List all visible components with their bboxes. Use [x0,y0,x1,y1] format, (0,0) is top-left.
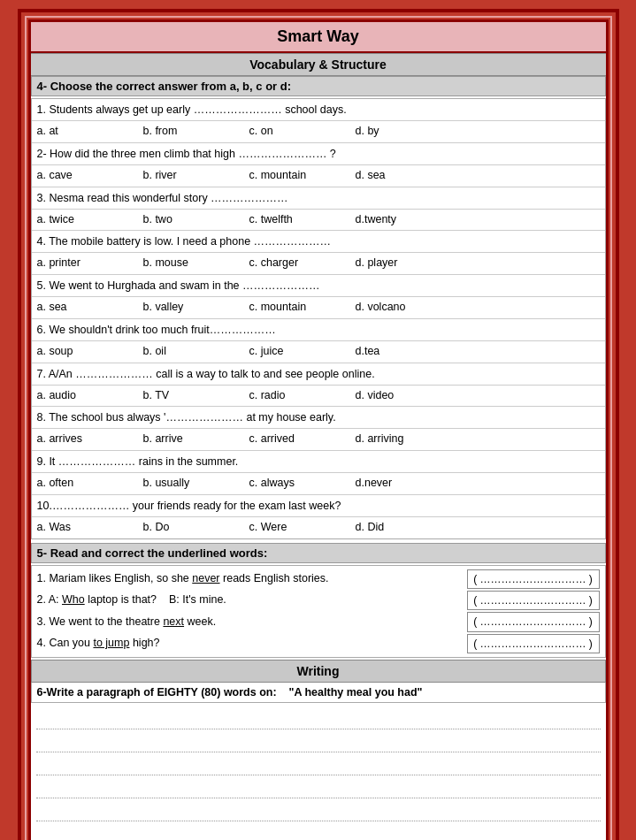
q3-opt-b: b. two [143,211,232,228]
underline-next: next [163,615,184,628]
read-row-1-blank: ( ………………………… ) [467,569,600,589]
q3-options: a. twice b. two c. twelfth d.twenty [32,209,605,231]
q6-opt-d: d.tea [356,343,444,360]
writing-line-2[interactable] [36,731,601,752]
q3-opt-a: a. twice [37,211,126,228]
q1-text: 1. Students always get up early ……………………… [32,99,605,120]
q7-options: a. audio b. TV c. radio d. video [32,385,605,407]
q1-opt-c: c. on [249,123,338,140]
q8-options: a. arrives b. arrive c. arrived d. arriv… [32,428,605,450]
q3-opt-d: d.twenty [356,211,444,228]
q9-opt-b: b. usually [143,475,232,492]
question-10: 10.………………… your friends ready for the ex… [32,494,605,538]
writing-line-6[interactable] [36,823,601,840]
q8-opt-d: d. arriving [356,431,444,447]
q8-text: 8. The school bus always '………………… at my … [32,407,605,428]
read-row-4: 4. Can you to jump high? ( ………………………… ) [37,633,600,654]
title-bar: Smart Way [31,22,606,53]
q5-opt-c: c. mountain [249,299,338,316]
writing-line-5[interactable] [36,800,601,821]
q2-options: a. cave b. river c. mountain d. sea [32,164,605,187]
q3-opt-c: c. twelfth [249,211,338,228]
question-2: 2- How did the three men climb that high… [32,142,605,187]
q5-options: a. sea b. valley c. mountain d. volcano [32,296,605,318]
q7-text: 7. A/An ………………… call is a way to talk to… [32,363,605,385]
read-row-4-text: 4. Can you to jump high? [37,634,467,653]
q9-opt-d: d.never [356,475,444,492]
q4-header: 4- Choose the correct answer from a, b, … [31,76,606,96]
q4-opt-a: a. printer [37,255,126,271]
q9-opt-c: c. always [249,475,338,492]
writing-line-4[interactable] [36,777,601,798]
questions-block: 1. Students always get up early ……………………… [31,98,606,539]
q3-text: 3. Nesma read this wonderful story ……………… [32,187,605,209]
q6-options: a. soup b. oil c. juice d.tea [32,340,605,363]
q2-opt-a: a. cave [37,167,126,184]
q1-options: a. at b. from c. on d. by [32,120,605,142]
question-5: 5. We went to Hurghada and swam in the …… [32,274,605,318]
read-row-1: 1. Mariam likes English, so she never re… [37,569,600,590]
read-row-3-text: 3. We went to the theatre next week. [37,613,467,631]
q9-opt-a: a. often [37,475,126,492]
q6-label: 6-Write a paragraph of EIGHTY (80) words… [37,686,277,699]
question-6: 6. We shouldn't drink too much fruit…………… [32,318,605,363]
page-wrapper: Smart Way Vocabulary & Structure 4- Choo… [18,9,619,840]
question-7: 7. A/An ………………… call is a way to talk to… [32,363,605,407]
page-title: Smart Way [277,27,358,45]
section2-header: 5- Read and correct the underlined words… [31,543,606,563]
read-row-2-blank: ( ………………………… ) [467,591,600,610]
question-1: 1. Students always get up early ……………………… [32,99,605,142]
q2-opt-b: b. river [143,167,232,184]
read-row-3: 3. We went to the theatre next week. ( …… [37,611,600,632]
writing-lines [31,703,606,840]
read-row-3-blank: ( ………………………… ) [467,612,600,631]
q9-options: a. often b. usually c. always d.never [32,472,605,494]
q7-opt-a: a. audio [37,387,126,404]
q10-opt-c: c. Were [249,519,338,536]
read-correct-block: 1. Mariam likes English, so she never re… [31,565,606,659]
q5-opt-a: a. sea [37,299,126,316]
q4-opt-b: b. mouse [143,255,232,271]
q7-opt-d: d. video [356,387,444,404]
writing-question: 6-Write a paragraph of EIGHTY (80) words… [31,683,606,703]
q10-opt-b: b. Do [143,519,232,536]
q6-opt-c: c. juice [249,343,338,360]
question-4: 4. The mobile battery is low. I need a p… [32,230,605,274]
q10-options: a. Was b. Do c. Were d. Did [32,516,605,538]
q2-opt-d: d. sea [356,167,444,184]
q8-opt-a: a. arrives [37,431,126,447]
q2-opt-c: c. mountain [249,167,338,184]
q6-text: 6. We shouldn't drink too much fruit…………… [32,319,605,340]
q8-opt-b: b. arrive [143,431,232,447]
q4-opt-c: c. charger [249,255,338,271]
q4-text: 4. The mobile battery is low. I need a p… [32,231,605,252]
vocab-section-header: Vocabulary & Structure [31,53,606,76]
page-inner: Smart Way Vocabulary & Structure 4- Choo… [28,19,609,840]
read-row-1-text: 1. Mariam likes English, so she never re… [37,569,467,588]
q9-text: 9. It ………………… rains in the summer. [32,451,605,472]
q7-opt-b: b. TV [143,387,232,404]
writing-header: Writing [31,660,606,683]
writing-line-3[interactable] [36,754,601,775]
q7-opt-c: c. radio [249,387,338,404]
q5-opt-b: b. valley [143,299,232,316]
read-row-4-blank: ( ………………………… ) [467,634,600,653]
read-row-2: 2. A: Who laptop is that? B: It's mine. … [37,590,600,611]
q10-opt-a: a. Was [37,519,126,536]
question-3: 3. Nesma read this wonderful story ……………… [32,187,605,231]
writing-line-1[interactable] [36,708,601,729]
q10-text: 10.………………… your friends ready for the ex… [32,495,605,516]
question-8: 8. The school bus always '………………… at my … [32,406,605,450]
underline-never: never [192,572,219,584]
underline-tojump: to jump [93,637,129,649]
writing-section: Writing 6-Write a paragraph of EIGHTY (8… [31,660,606,840]
q1-opt-b: b. from [143,123,232,140]
underline-who: Who [62,593,85,606]
q8-opt-c: c. arrived [249,431,338,447]
q4-options: a. printer b. mouse c. charger d. player [32,252,605,274]
read-row-2-text: 2. A: Who laptop is that? B: It's mine. [37,591,467,609]
q6-topic: "A healthy meal you had" [289,686,423,699]
q4-opt-d: d. player [356,255,444,271]
q1-opt-a: a. at [37,123,126,140]
question-9: 9. It ………………… rains in the summer. a. of… [32,450,605,494]
